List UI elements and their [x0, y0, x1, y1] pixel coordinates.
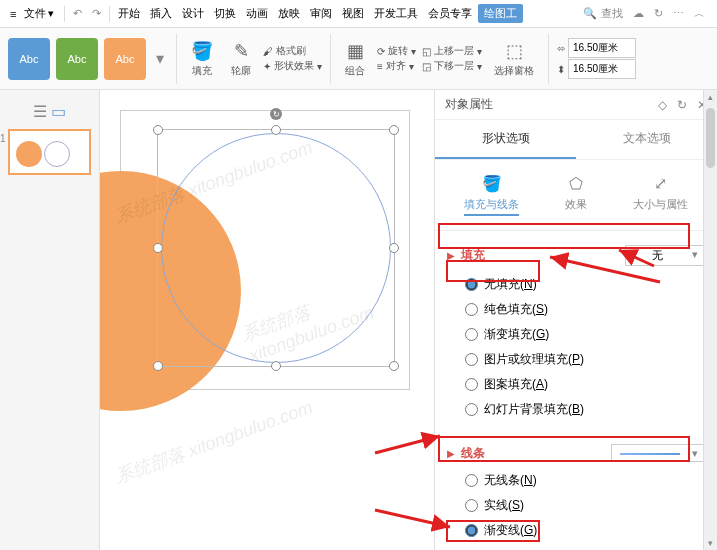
main-area: ☰ ▭ 1 ↻ 系统部落 xitongbuluo.com 系统部落	[0, 90, 717, 550]
menubar: ≡ 文件 ▾ ↶ ↷ 开始 插入 设计 切换 动画 放映 审阅 视图 开发工具 …	[0, 0, 717, 28]
collapse-icon[interactable]: ︿	[694, 6, 705, 21]
tab-animation[interactable]: 动画	[242, 6, 272, 21]
tab-drawing[interactable]: 绘图工	[478, 4, 523, 23]
fill-section-head[interactable]: ▶ 填充 无	[447, 239, 705, 272]
size-icon: ⤢	[654, 174, 667, 193]
chevron-down-icon: ▾	[48, 7, 54, 20]
fill-button[interactable]: 🪣填充	[185, 40, 219, 78]
shape-preset-2[interactable]: Abc	[56, 38, 98, 80]
rotate-handle[interactable]: ↻	[270, 108, 282, 120]
undo-icon[interactable]: ↶	[69, 7, 86, 20]
format-painter-button[interactable]: 🖌格式刷	[263, 44, 322, 58]
search-box[interactable]: 🔍 查找	[583, 6, 623, 21]
slide-thumbnail[interactable]: 1	[8, 129, 91, 175]
bucket-icon: 🪣	[191, 40, 213, 62]
properties-panel: 对象属性 ◇ ↻ ✕ 形状选项 文本选项 🪣填充与线条 ⬠效果 ⤢大小与属性 ▶…	[434, 90, 717, 550]
resize-handle[interactable]	[153, 125, 163, 135]
line-section-head[interactable]: ▶ 线条	[447, 438, 705, 468]
file-menu[interactable]: ≡ 文件 ▾	[4, 6, 60, 21]
resize-handle[interactable]	[389, 243, 399, 253]
selection-icon: ⬚	[506, 40, 523, 62]
refresh-icon[interactable]: ↻	[677, 98, 687, 112]
chevron-down-icon[interactable]: ▾	[152, 49, 168, 68]
subtab-size-props[interactable]: ⤢大小与属性	[625, 170, 696, 220]
more-icon[interactable]: ⋯	[673, 7, 684, 20]
tab-review[interactable]: 审阅	[306, 6, 336, 21]
pentagon-icon: ⬠	[569, 174, 583, 193]
tab-design[interactable]: 设计	[178, 6, 208, 21]
search-icon: 🔍	[583, 7, 597, 20]
panel-scrollbar[interactable]: ▴ ▾	[703, 90, 717, 550]
bring-forward-button[interactable]: ◱上移一层▾	[422, 44, 482, 58]
tab-insert[interactable]: 插入	[146, 6, 176, 21]
fill-section-label: 填充	[461, 247, 485, 264]
shape-effects-button[interactable]: ✦形状效果▾	[263, 59, 322, 73]
align-button[interactable]: ≡对齐▾	[377, 59, 416, 73]
backward-icon: ◲	[422, 61, 431, 72]
thumbnail-view-icon[interactable]: ▭	[51, 102, 66, 121]
selection-pane-button[interactable]: ⬚选择窗格	[488, 40, 540, 78]
group-button[interactable]: ▦组合	[339, 40, 371, 78]
tab-transition[interactable]: 切换	[210, 6, 240, 21]
tab-member[interactable]: 会员专享	[424, 6, 476, 21]
shape-preset-1[interactable]: Abc	[8, 38, 50, 80]
fill-none-radio[interactable]: 无填充(N)	[465, 272, 705, 297]
scroll-thumb[interactable]	[706, 108, 715, 168]
hamburger-icon: ≡	[10, 8, 22, 20]
canvas-area[interactable]: ↻ 系统部落 xitongbuluo.com 系统部落 xitongbuluo.…	[100, 90, 434, 550]
resize-handle[interactable]	[271, 125, 281, 135]
subtab-fill-line[interactable]: 🪣填充与线条	[456, 170, 527, 220]
brush-icon: 🖌	[263, 46, 273, 57]
width-icon: ⬄	[557, 43, 565, 54]
resize-handle[interactable]	[271, 361, 281, 371]
pen-icon: ✎	[234, 40, 249, 62]
shape-preset-3[interactable]: Abc	[104, 38, 146, 80]
line-solid-radio[interactable]: 实线(S)	[465, 493, 705, 518]
effects-icon: ✦	[263, 61, 271, 72]
tab-slideshow[interactable]: 放映	[274, 6, 304, 21]
subtab-effects[interactable]: ⬠效果	[557, 170, 595, 220]
align-icon: ≡	[377, 61, 383, 72]
fill-gradient-radio[interactable]: 渐变填充(G)	[465, 322, 705, 347]
scroll-down-icon[interactable]: ▾	[704, 538, 717, 548]
cloud-icon[interactable]: ☁	[633, 7, 644, 20]
forward-icon: ◱	[422, 46, 431, 57]
line-none-radio[interactable]: 无线条(N)	[465, 468, 705, 493]
scroll-up-icon[interactable]: ▴	[704, 92, 717, 102]
tab-text-options[interactable]: 文本选项	[576, 120, 717, 159]
tab-shape-options[interactable]: 形状选项	[435, 120, 576, 159]
outline-button[interactable]: ✎轮廓	[225, 40, 257, 78]
tab-start[interactable]: 开始	[114, 6, 144, 21]
tab-view[interactable]: 视图	[338, 6, 368, 21]
triangle-down-icon: ▶	[447, 448, 455, 459]
sync-icon[interactable]: ↻	[654, 7, 663, 20]
fill-solid-radio[interactable]: 纯色填充(S)	[465, 297, 705, 322]
rotate-button[interactable]: ⟳旋转▾	[377, 44, 416, 58]
resize-handle[interactable]	[153, 243, 163, 253]
line-dropdown[interactable]	[611, 444, 705, 462]
resize-handle[interactable]	[389, 125, 399, 135]
bucket-icon: 🪣	[482, 174, 502, 193]
selection-box: ↻	[157, 129, 395, 367]
resize-handle[interactable]	[389, 361, 399, 371]
panel-title: 对象属性	[445, 96, 658, 113]
outline-view-icon[interactable]: ☰	[33, 102, 47, 121]
width-input[interactable]	[568, 38, 636, 58]
fill-picture-radio[interactable]: 图片或纹理填充(P)	[465, 347, 705, 372]
height-input[interactable]	[568, 59, 636, 79]
ribbon: Abc Abc Abc ▾ 🪣填充 ✎轮廓 🖌格式刷 ✦形状效果▾ ▦组合 ⟳旋…	[0, 28, 717, 90]
fill-slidebg-radio[interactable]: 幻灯片背景填充(B)	[465, 397, 705, 422]
height-icon: ⬍	[557, 64, 565, 75]
slide-canvas: ↻	[120, 110, 410, 390]
resize-handle[interactable]	[153, 361, 163, 371]
triangle-down-icon: ▶	[447, 250, 455, 261]
line-section-label: 线条	[461, 445, 485, 462]
redo-icon[interactable]: ↷	[88, 7, 105, 20]
fill-pattern-radio[interactable]: 图案填充(A)	[465, 372, 705, 397]
search-placeholder: 查找	[601, 6, 623, 21]
fill-dropdown[interactable]: 无	[625, 245, 705, 266]
line-gradient-radio[interactable]: 渐变线(G)	[465, 518, 705, 543]
tab-devtools[interactable]: 开发工具	[370, 6, 422, 21]
diamond-icon[interactable]: ◇	[658, 98, 667, 112]
send-backward-button[interactable]: ◲下移一层▾	[422, 59, 482, 73]
